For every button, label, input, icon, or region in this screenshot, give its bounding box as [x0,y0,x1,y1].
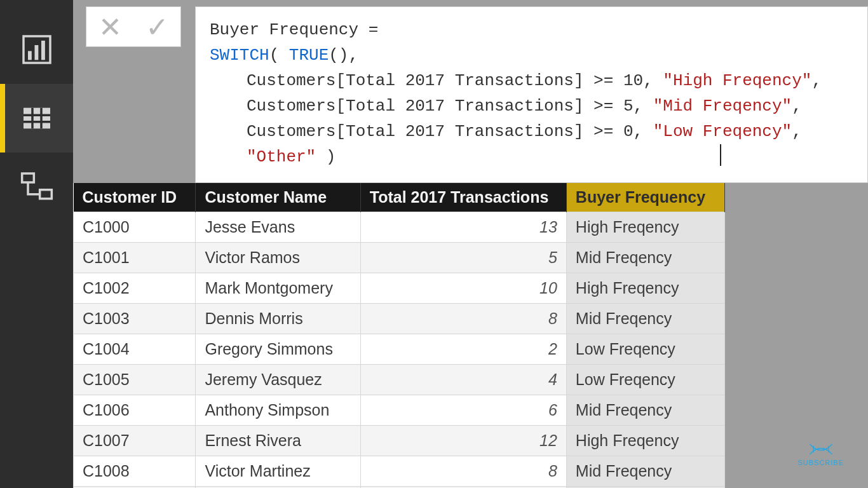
cell-total-transactions[interactable]: 12 [360,426,566,456]
svg-rect-2 [34,45,38,60]
text-cursor-icon [720,144,721,166]
subscribe-label: SUBSCRIBE [797,459,844,466]
svg-rect-4 [24,108,50,129]
table-row[interactable]: C1007Ernest Rivera12High Freqency [74,426,725,456]
cond-prefix-0: Customers[Total 2017 Transactions] >= [247,71,623,90]
formula-bar-row: ✕ ✓ Buyer Frequency = SWITCH( TRUE(), Cu… [73,0,868,183]
threshold-2: 0 [623,122,634,141]
header-total-transactions[interactable]: Total 2017 Transactions [360,183,566,212]
label-0: "High Freqency" [663,71,811,90]
cell-buyer-frequency[interactable]: Low Freqency [566,334,724,365]
cell-customer-id[interactable]: C1008 [74,456,196,487]
cell-buyer-frequency[interactable]: High Freqency [566,212,724,243]
cell-customer-name[interactable]: Gregory Simmons [196,334,360,365]
svg-rect-3 [41,41,45,60]
cell-total-transactions[interactable]: 10 [360,273,566,304]
cell-customer-name[interactable]: Victor Ramos [196,243,360,273]
commit-formula-button[interactable]: ✓ [133,7,180,46]
threshold-0: 10 [623,71,643,90]
cell-total-transactions[interactable]: 13 [360,212,566,243]
header-customer-name[interactable]: Customer Name [196,183,360,212]
cell-customer-name[interactable]: Jeremy Vasquez [196,365,360,395]
measure-name: Buyer Frequency [210,20,358,39]
header-buyer-frequency[interactable]: Buyer Frequency [566,183,724,212]
cell-total-transactions[interactable]: 4 [360,365,566,395]
open-paren: ( [269,46,289,65]
svg-rect-9 [22,173,34,182]
cell-customer-id[interactable]: C1001 [74,243,196,273]
formula-action-buttons: ✕ ✓ [86,6,181,47]
cell-customer-id[interactable]: C1004 [74,334,196,365]
model-view-button[interactable] [0,152,73,221]
cell-customer-name[interactable]: Jesse Evans [196,212,360,243]
cell-buyer-frequency[interactable]: High Freqency [566,273,724,304]
cell-buyer-frequency[interactable]: Low Freqency [566,365,724,395]
cond-prefix-2: Customers[Total 2017 Transactions] >= [247,122,623,141]
cell-customer-name[interactable]: Mark Montgomery [196,273,360,304]
svg-rect-10 [39,190,51,199]
close-paren: ) [316,147,336,166]
cell-total-transactions[interactable]: 2 [360,334,566,365]
cell-buyer-frequency[interactable]: Mid Freqency [566,395,724,426]
cell-customer-id[interactable]: C1006 [74,395,196,426]
cell-customer-name[interactable]: Victor Martinez [196,456,360,487]
label-2: "Low Freqency" [653,122,792,141]
relationship-icon [19,169,55,205]
switch-keyword: SWITCH [210,46,269,65]
main-pane: ✕ ✓ Buyer Frequency = SWITCH( TRUE(), Cu… [73,0,868,488]
table-row[interactable]: C1000Jesse Evans13High Freqency [74,212,725,243]
table-row[interactable]: C1008Victor Martinez8Mid Freqency [74,456,725,487]
cell-buyer-frequency[interactable]: Mid Freqency [566,456,724,487]
view-switcher-nav [0,0,73,488]
report-view-button[interactable] [0,15,73,84]
comma-2a: , [634,122,653,141]
cell-total-transactions[interactable]: 6 [360,395,566,426]
table-row[interactable]: C1002Mark Montgomery10High Freqency [74,273,725,304]
table-row[interactable]: C1005Jeremy Vasquez4Low Freqency [74,365,725,395]
cell-customer-id[interactable]: C1000 [74,212,196,243]
comma-0b: , [811,71,822,90]
table-grid-icon [19,100,55,136]
cell-customer-name[interactable]: Anthony Simpson [196,395,360,426]
label-1: "Mid Freqency" [653,97,792,116]
equals-sign: = [358,20,378,39]
cell-customer-id[interactable]: C1007 [74,426,196,456]
comma-1b: , [792,97,802,116]
header-customer-id[interactable]: Customer ID [74,183,196,212]
data-grid-container: Customer ID Customer Name Total 2017 Tra… [73,183,868,488]
true-call: (), [329,46,358,65]
formula-editor[interactable]: Buyer Frequency = SWITCH( TRUE(), Custom… [195,6,868,183]
cell-total-transactions[interactable]: 8 [360,456,566,487]
comma-2b: , [792,122,802,141]
header-row: Customer ID Customer Name Total 2017 Tra… [74,183,725,212]
true-keyword: TRUE [289,46,329,65]
cell-buyer-frequency[interactable]: Mid Freqency [566,243,724,273]
app-root: ✕ ✓ Buyer Frequency = SWITCH( TRUE(), Cu… [0,0,868,488]
cell-customer-name[interactable]: Dennis Morris [196,304,360,334]
svg-rect-1 [28,51,32,60]
table-row[interactable]: C1006Anthony Simpson6Mid Freqency [74,395,725,426]
cell-total-transactions[interactable]: 8 [360,304,566,334]
comma-1a: , [634,97,653,116]
dna-icon [807,441,835,458]
threshold-1: 5 [623,97,634,116]
table-row[interactable]: C1003Dennis Morris8Mid Freqency [74,304,725,334]
cell-buyer-frequency[interactable]: High Freqency [566,426,724,456]
cell-customer-id[interactable]: C1003 [74,304,196,334]
cancel-formula-button[interactable]: ✕ [86,7,133,46]
cell-total-transactions[interactable]: 5 [360,243,566,273]
table-row[interactable]: C1001Victor Ramos5Mid Freqency [74,243,725,273]
else-label: "Other" [247,147,316,166]
cond-prefix-1: Customers[Total 2017 Transactions] >= [247,97,623,116]
comma-0a: , [643,71,663,90]
cell-buyer-frequency[interactable]: Mid Freqency [566,304,724,334]
cell-customer-id[interactable]: C1005 [74,365,196,395]
cell-customer-name[interactable]: Ernest Rivera [196,426,360,456]
table-row[interactable]: C1004Gregory Simmons2Low Freqency [74,334,725,365]
cell-customer-id[interactable]: C1002 [74,273,196,304]
data-grid[interactable]: Customer ID Customer Name Total 2017 Tra… [73,183,725,488]
subscribe-badge[interactable]: SUBSCRIBE [797,441,844,466]
bar-chart-icon [19,32,55,67]
data-view-button[interactable] [0,84,73,152]
